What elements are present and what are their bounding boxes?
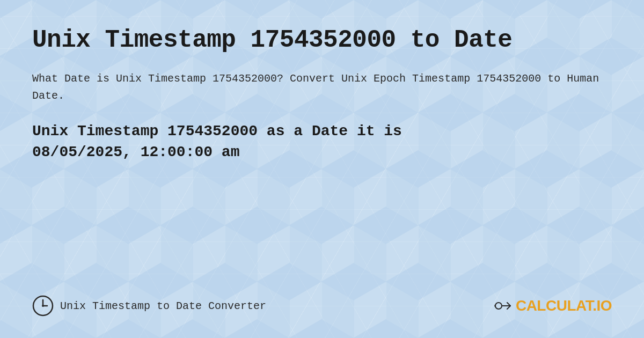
top-section: Unix Timestamp 1754352000 to Date What D… xyxy=(32,27,612,115)
result-line2: 08/05/2025, 12:00:00 am xyxy=(32,144,239,160)
clock-icon xyxy=(32,295,54,317)
result-line1: Unix Timestamp 1754352000 as a Date it i… xyxy=(32,123,402,139)
logo-area: CALCULAT.IO xyxy=(493,296,612,315)
logo-text: CALCULAT.IO xyxy=(516,297,612,314)
calculat-io-icon xyxy=(493,296,513,315)
result-text: Unix Timestamp 1754352000 as a Date it i… xyxy=(32,121,612,163)
footer: Unix Timestamp to Date Converter CALCULA… xyxy=(32,284,612,317)
footer-left: Unix Timestamp to Date Converter xyxy=(32,295,266,317)
footer-label: Unix Timestamp to Date Converter xyxy=(60,300,266,312)
svg-point-3 xyxy=(42,305,44,307)
logo-main: CALCULAT xyxy=(516,297,592,314)
page-description: What Date is Unix Timestamp 1754352000? … xyxy=(32,70,612,105)
page-content: Unix Timestamp 1754352000 to Date What D… xyxy=(0,0,644,338)
result-section: Unix Timestamp 1754352000 as a Date it i… xyxy=(32,121,612,163)
page-title: Unix Timestamp 1754352000 to Date xyxy=(32,27,612,54)
svg-point-4 xyxy=(495,303,502,309)
logo-accent: .IO xyxy=(592,297,612,314)
